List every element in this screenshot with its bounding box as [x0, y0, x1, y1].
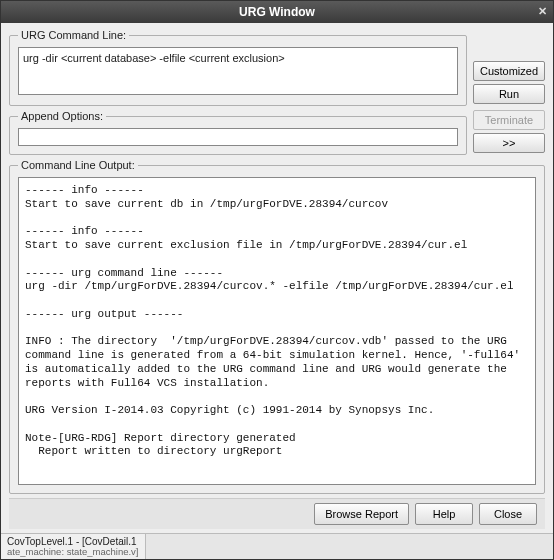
status-bar: CovTopLevel.1 - [CovDetail.1 ate_machine…: [1, 533, 553, 559]
command-line-row: URG Command Line: Customized Run: [9, 29, 545, 106]
append-options-label: Append Options:: [18, 110, 106, 122]
bottom-button-row: Browse Report Help Close: [9, 498, 545, 529]
help-button[interactable]: Help: [415, 503, 473, 525]
close-button[interactable]: Close: [479, 503, 537, 525]
append-options-row: Append Options: Terminate >>: [9, 110, 545, 155]
append-options-input[interactable]: [18, 128, 458, 146]
command-line-output-label: Command Line Output:: [18, 159, 138, 171]
titlebar: URG Window ✕: [1, 1, 553, 23]
side-button-column-top: Customized Run: [473, 29, 545, 106]
append-options-group: Append Options:: [9, 110, 467, 155]
urg-window: URG Window ✕ URG Command Line: Customize…: [0, 0, 554, 560]
terminate-button: Terminate: [473, 110, 545, 130]
command-line-output-group: Command Line Output: ------ info ------ …: [9, 159, 545, 494]
status-tab-covtoplevel[interactable]: CovTopLevel.1 - [CovDetail.1 ate_machine…: [1, 534, 146, 559]
urg-command-line-input[interactable]: [18, 47, 458, 95]
urg-command-line-label: URG Command Line:: [18, 29, 129, 41]
run-button[interactable]: Run: [473, 84, 545, 104]
window-content: URG Command Line: Customized Run Append …: [1, 23, 553, 533]
command-line-output-text[interactable]: ------ info ------ Start to save current…: [18, 177, 536, 485]
window-title: URG Window: [239, 5, 315, 19]
expand-button[interactable]: >>: [473, 133, 545, 153]
customized-button[interactable]: Customized: [473, 61, 545, 81]
urg-command-line-group: URG Command Line:: [9, 29, 467, 106]
browse-report-button[interactable]: Browse Report: [314, 503, 409, 525]
close-icon[interactable]: ✕: [535, 4, 549, 18]
side-button-column-mid: Terminate >>: [473, 110, 545, 155]
status-tab-line2: ate_machine: state_machine.v]: [7, 547, 139, 557]
